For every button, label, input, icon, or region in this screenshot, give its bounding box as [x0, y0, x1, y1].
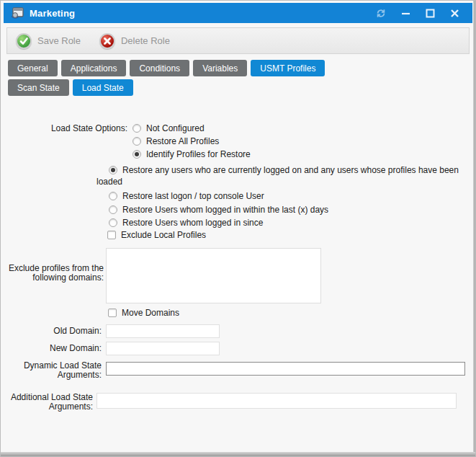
tab-usmt-profiles[interactable]: USMT Profiles — [251, 60, 325, 76]
close-icon[interactable] — [449, 8, 459, 18]
radio-option-restore-logged-on-users[interactable]: Restore any users who are currently logg… — [96, 164, 469, 187]
sub-tab-bar: Scan State Load State — [8, 79, 133, 96]
dynamic-load-state-arguments-input[interactable] — [106, 362, 465, 376]
tab-scan-state[interactable]: Scan State — [8, 79, 69, 96]
checkbox-icon[interactable] — [107, 231, 116, 239]
titlebar: Marketing — [4, 3, 472, 23]
save-role-label: Save Role — [37, 35, 81, 46]
tab-variables[interactable]: Variables — [193, 60, 247, 76]
refresh-icon[interactable] — [376, 8, 386, 18]
old-domain-input[interactable] — [106, 324, 220, 338]
load-state-options-group: Not Configured Restore All Profiles Iden… — [133, 123, 251, 162]
radio-option-restore-all-profiles[interactable]: Restore All Profiles — [133, 136, 251, 146]
dynamic-args-label: Dynamic Load State Arguments: — [1, 361, 102, 380]
checkbox-icon[interactable] — [108, 309, 117, 317]
move-domains-checkbox[interactable]: Move Domains — [108, 308, 179, 318]
radio-option-restore-since[interactable]: Restore Users whom logged in since — [96, 217, 469, 228]
radio-icon[interactable] — [133, 137, 141, 146]
save-role-button[interactable]: Save Role — [16, 33, 81, 49]
exclude-local-profiles-checkbox[interactable]: Exclude Local Profiles — [107, 230, 206, 240]
app-window-icon — [11, 7, 24, 19]
window-right-edge — [473, 1, 475, 456]
window-controls — [376, 8, 465, 18]
new-domain-label: New Domain: — [1, 344, 102, 353]
delete-role-label: Delete Role — [121, 35, 170, 46]
minimize-icon[interactable] — [400, 8, 410, 18]
additional-load-state-arguments-input[interactable] — [96, 393, 457, 409]
save-check-icon — [16, 33, 32, 49]
window-bottom-edge — [1, 452, 475, 456]
radio-icon[interactable] — [109, 192, 117, 200]
radio-option-identify-profiles[interactable]: Identify Profiles for Restore — [133, 149, 251, 159]
main-tab-bar: General Applications Conditions Variable… — [8, 60, 325, 76]
radio-icon[interactable] — [109, 205, 117, 214]
maximize-icon[interactable] — [425, 8, 435, 18]
toolbar: Save Role Delete Role — [6, 27, 470, 54]
radio-option-not-configured[interactable]: Not Configured — [133, 123, 251, 133]
delete-x-icon — [99, 33, 115, 49]
radio-icon[interactable] — [133, 124, 141, 133]
delete-role-button[interactable]: Delete Role — [99, 33, 170, 49]
radio-icon-selected[interactable] — [133, 150, 141, 159]
tab-general[interactable]: General — [8, 60, 58, 76]
window-title: Marketing — [30, 8, 75, 19]
old-domain-label: Old Domain: — [1, 327, 102, 336]
additional-args-label: Additional Load State Arguments: — [1, 393, 93, 412]
app-window: Marketing — [0, 0, 476, 457]
exclude-domains-label: Exclude profiles from the following doma… — [1, 264, 104, 283]
radio-option-restore-last-logon[interactable]: Restore last logon / top console User — [96, 190, 469, 202]
radio-icon-selected[interactable] — [109, 166, 117, 174]
tab-load-state[interactable]: Load State — [73, 79, 133, 96]
tab-conditions[interactable]: Conditions — [130, 60, 189, 76]
exclude-domains-textarea[interactable] — [106, 248, 321, 303]
radio-option-restore-last-x-days[interactable]: Restore Users whom logged in within the … — [96, 204, 469, 216]
radio-icon[interactable] — [109, 218, 117, 227]
new-domain-input[interactable] — [106, 342, 220, 355]
load-state-options-label: Load State Options: — [1, 124, 127, 133]
tab-applications[interactable]: Applications — [61, 60, 127, 76]
